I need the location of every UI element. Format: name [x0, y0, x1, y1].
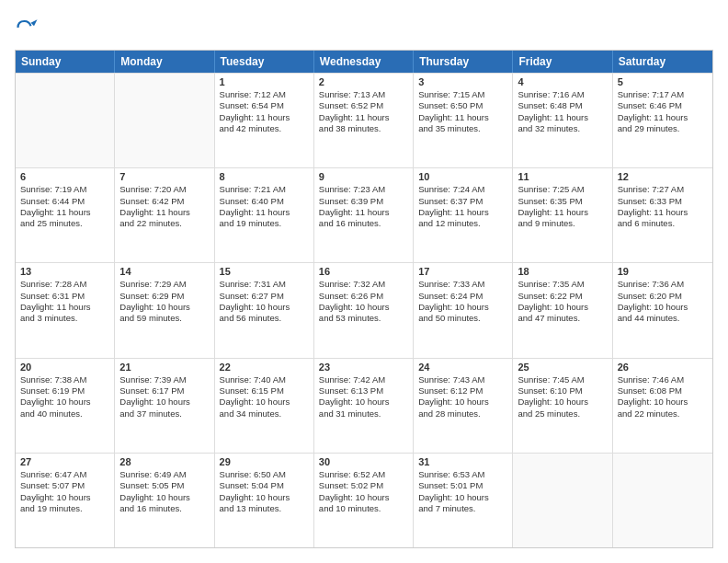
- day-number: 19: [618, 266, 708, 277]
- cell-line-2: Sunset: 6:13 PM: [319, 385, 408, 396]
- cell-line-1: Sunrise: 7:29 AM: [119, 279, 209, 290]
- cell-line-3: Daylight: 10 hours: [319, 302, 408, 313]
- cal-cell: 13Sunrise: 7:28 AMSunset: 6:31 PMDayligh…: [16, 263, 115, 357]
- cell-line-2: Sunset: 6:44 PM: [20, 196, 109, 207]
- day-number: 22: [220, 362, 309, 373]
- cell-line-2: Sunset: 6:42 PM: [119, 196, 209, 207]
- cell-line-3: Daylight: 11 hours: [418, 207, 507, 218]
- cell-line-2: Sunset: 6:17 PM: [119, 385, 209, 396]
- cell-line-1: Sunrise: 7:32 AM: [319, 279, 408, 290]
- cell-line-4: and 7 minutes.: [418, 503, 507, 514]
- cell-line-3: Daylight: 11 hours: [20, 207, 109, 218]
- cell-line-4: and 22 minutes.: [119, 218, 209, 229]
- cell-line-3: Daylight: 11 hours: [319, 207, 408, 218]
- day-number: 18: [518, 266, 607, 277]
- day-number: 10: [418, 171, 507, 182]
- cell-line-4: and 19 minutes.: [220, 218, 309, 229]
- cell-line-2: Sunset: 5:04 PM: [220, 480, 309, 491]
- cal-header-wednesday: Wednesday: [314, 51, 414, 73]
- calendar: SundayMondayTuesdayWednesdayThursdayFrid…: [15, 50, 713, 548]
- cell-line-2: Sunset: 6:15 PM: [220, 385, 309, 396]
- day-number: 15: [220, 266, 309, 277]
- cell-line-4: and 6 minutes.: [618, 218, 708, 229]
- cell-line-2: Sunset: 6:39 PM: [319, 196, 408, 207]
- cal-cell: 19Sunrise: 7:36 AMSunset: 6:20 PMDayligh…: [613, 263, 712, 357]
- cal-cell: 18Sunrise: 7:35 AMSunset: 6:22 PMDayligh…: [513, 263, 612, 357]
- cell-line-3: Daylight: 11 hours: [220, 207, 309, 218]
- cell-line-1: Sunrise: 7:25 AM: [518, 184, 607, 195]
- cell-line-1: Sunrise: 7:20 AM: [119, 184, 209, 195]
- cell-line-1: Sunrise: 7:35 AM: [518, 279, 607, 290]
- cal-week-3: 13Sunrise: 7:28 AMSunset: 6:31 PMDayligh…: [16, 262, 712, 357]
- cell-line-2: Sunset: 6:35 PM: [518, 196, 607, 207]
- cell-line-3: Daylight: 10 hours: [518, 396, 607, 408]
- cell-line-3: Daylight: 10 hours: [220, 492, 309, 503]
- cal-week-2: 6Sunrise: 7:19 AMSunset: 6:44 PMDaylight…: [16, 167, 712, 262]
- cell-line-2: Sunset: 6:12 PM: [418, 385, 507, 396]
- cal-header-saturday: Saturday: [613, 51, 712, 73]
- cell-line-1: Sunrise: 6:52 AM: [319, 469, 408, 480]
- cell-line-4: and 16 minutes.: [319, 218, 408, 229]
- cell-line-1: Sunrise: 7:38 AM: [20, 374, 109, 385]
- cell-line-4: and 29 minutes.: [618, 123, 708, 134]
- day-number: 20: [20, 362, 109, 373]
- cell-line-2: Sunset: 6:27 PM: [220, 291, 309, 302]
- day-number: 1: [220, 76, 309, 87]
- cal-header-friday: Friday: [513, 51, 612, 73]
- cell-line-4: and 9 minutes.: [518, 218, 607, 229]
- cell-line-2: Sunset: 6:31 PM: [20, 291, 109, 302]
- cell-line-4: and 31 minutes.: [319, 408, 408, 419]
- cal-cell: 27Sunrise: 6:47 AMSunset: 5:07 PMDayligh…: [16, 454, 115, 547]
- cal-cell: [16, 74, 115, 167]
- cal-cell: 31Sunrise: 6:53 AMSunset: 5:01 PMDayligh…: [414, 454, 513, 547]
- cal-cell: 20Sunrise: 7:38 AMSunset: 6:19 PMDayligh…: [16, 359, 115, 453]
- cell-line-1: Sunrise: 7:15 AM: [418, 89, 507, 100]
- cell-line-2: Sunset: 5:05 PM: [119, 480, 209, 491]
- cell-line-4: and 59 minutes.: [119, 313, 209, 324]
- day-number: 9: [319, 171, 408, 182]
- cell-line-1: Sunrise: 7:43 AM: [418, 374, 507, 385]
- day-number: 17: [418, 266, 507, 277]
- cal-cell: 1Sunrise: 7:12 AMSunset: 6:54 PMDaylight…: [215, 74, 314, 167]
- cell-line-1: Sunrise: 7:40 AM: [220, 374, 309, 385]
- cell-line-4: and 28 minutes.: [418, 408, 507, 419]
- day-number: 11: [518, 171, 607, 182]
- cal-cell: 6Sunrise: 7:19 AMSunset: 6:44 PMDaylight…: [16, 168, 115, 262]
- page: SundayMondayTuesdayWednesdayThursdayFrid…: [0, 0, 728, 563]
- day-number: 29: [220, 456, 309, 467]
- cal-cell: 26Sunrise: 7:46 AMSunset: 6:08 PMDayligh…: [613, 359, 712, 453]
- day-number: 12: [618, 171, 708, 182]
- cell-line-3: Daylight: 11 hours: [518, 112, 607, 123]
- day-number: 31: [418, 456, 507, 467]
- cell-line-3: Daylight: 10 hours: [319, 492, 408, 503]
- cal-cell: 2Sunrise: 7:13 AMSunset: 6:52 PMDaylight…: [314, 74, 414, 167]
- cell-line-4: and 37 minutes.: [119, 408, 209, 419]
- cell-line-1: Sunrise: 7:12 AM: [220, 89, 309, 100]
- cell-line-4: and 56 minutes.: [220, 313, 309, 324]
- cell-line-3: Daylight: 10 hours: [119, 302, 209, 313]
- day-number: 26: [618, 362, 708, 373]
- cell-line-2: Sunset: 6:33 PM: [618, 196, 708, 207]
- cell-line-1: Sunrise: 7:24 AM: [418, 184, 507, 195]
- cell-line-4: and 42 minutes.: [220, 123, 309, 134]
- day-number: 25: [518, 362, 607, 373]
- cell-line-1: Sunrise: 7:27 AM: [618, 184, 708, 195]
- day-number: 24: [418, 362, 507, 373]
- cell-line-3: Daylight: 10 hours: [20, 396, 109, 408]
- day-number: 4: [518, 76, 607, 87]
- cal-cell: 11Sunrise: 7:25 AMSunset: 6:35 PMDayligh…: [513, 168, 612, 262]
- cell-line-3: Daylight: 11 hours: [20, 302, 109, 313]
- cell-line-2: Sunset: 6:40 PM: [220, 196, 309, 207]
- cal-cell: 25Sunrise: 7:45 AMSunset: 6:10 PMDayligh…: [513, 359, 612, 453]
- cell-line-3: Daylight: 10 hours: [418, 396, 507, 408]
- cell-line-4: and 25 minutes.: [20, 218, 109, 229]
- cal-cell: [613, 454, 712, 547]
- cell-line-4: and 22 minutes.: [618, 408, 708, 419]
- day-number: 28: [119, 456, 209, 467]
- day-number: 8: [220, 171, 309, 182]
- cal-cell: 28Sunrise: 6:49 AMSunset: 5:05 PMDayligh…: [115, 454, 214, 547]
- cell-line-4: and 32 minutes.: [518, 123, 607, 134]
- cell-line-3: Daylight: 10 hours: [319, 396, 408, 408]
- cell-line-2: Sunset: 6:52 PM: [319, 100, 408, 111]
- cell-line-3: Daylight: 10 hours: [220, 396, 309, 408]
